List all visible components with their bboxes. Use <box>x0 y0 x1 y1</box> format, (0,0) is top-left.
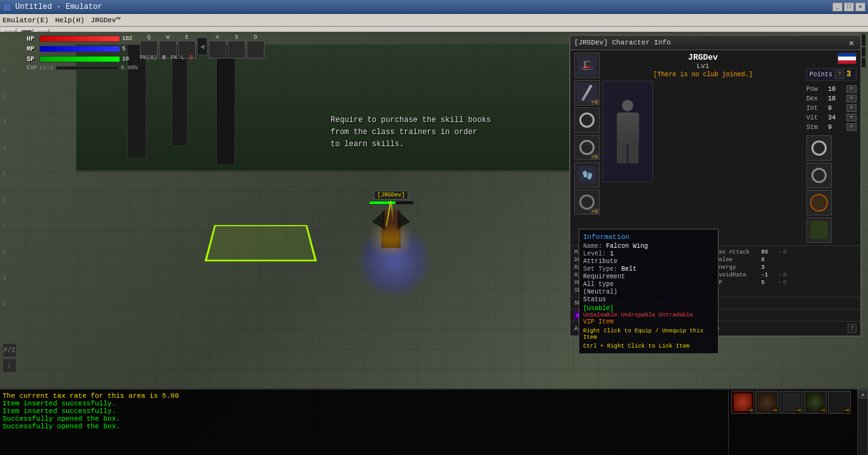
mp-bar-bg <box>39 46 120 52</box>
tooltip-usable: [Usable] <box>583 305 714 312</box>
tooltip-name: Name: Falcon Wing <box>583 243 714 250</box>
action-slot-1[interactable]: +9 <box>731 391 754 414</box>
pkl-value: 0 <box>189 55 193 61</box>
equip-slot-ring1[interactable] <box>574 107 600 133</box>
equip-slot-shield[interactable] <box>806 217 832 243</box>
equip-slot-ring2[interactable]: +9 <box>574 135 600 160</box>
tooltip-section: Information <box>583 233 714 241</box>
ring-icon3 <box>579 194 595 210</box>
equipment-left-slots: 🎩 +9 +9 🧤 <box>574 53 600 243</box>
sp-bar-bg <box>39 56 120 62</box>
level-num-0: 0 <box>3 301 6 308</box>
window-title: Untitled - Emulator <box>15 3 102 11</box>
action-slot-5[interactable]: +0 <box>828 391 851 414</box>
skill-popup: Require to purchase the skill books from… <box>331 114 491 151</box>
left-numbers: 1 2 3 4 5 6 7 8 9 0 <box>3 67 6 308</box>
char-header-area: 🎩 +9 +9 🧤 <box>570 50 860 245</box>
char-club: [There is no club joined.] <box>602 71 804 78</box>
menubar: Emulator(E) Help(H) JRGDev™ <box>0 14 868 27</box>
tooltip-restrictions: UnSaleable Undropable Untradable <box>583 312 714 318</box>
equip-badge2: +9 <box>590 154 599 160</box>
scroll-controls: F/I ↕ <box>3 343 17 372</box>
equip-badge: +9 <box>590 99 599 105</box>
titlebar: Untitled - Emulator _ □ ✕ <box>0 0 868 14</box>
char-panel-close-button[interactable]: ✕ <box>846 37 857 48</box>
scroll-down-button[interactable]: ↕ <box>3 358 17 372</box>
pk-label: PK(0) <box>140 55 157 61</box>
right-action-area: +9 +9 +0 +9 +0 <box>728 388 868 455</box>
char-name-area: JRGDev Lv1 [There is no club joined.] <box>602 53 804 78</box>
mp-value: 5 <box>122 46 138 52</box>
int-plus-button[interactable]: + <box>846 104 857 112</box>
mp-bar-fill <box>40 46 120 51</box>
game-area: Require to purchase the skill books from… <box>0 32 868 455</box>
skill-d[interactable]: D <box>247 34 265 58</box>
ring-icon2 <box>579 140 595 155</box>
bottom-panel: The current tax rate for this area is 5.… <box>0 388 868 455</box>
char-level: Lv1 <box>602 62 804 70</box>
stm-stat: Stm 9 + <box>806 123 857 132</box>
skill-popup-line2: from the class trainers in order <box>331 128 477 137</box>
level-num-8: 8 <box>3 249 6 256</box>
melee-stat: Melee 6 <box>715 256 857 264</box>
skill-a[interactable]: A <box>209 34 226 58</box>
pkl-label: PK L <box>170 55 184 61</box>
equip-slot-armor[interactable] <box>806 163 832 188</box>
char-torso-silhouette <box>617 112 639 144</box>
menu-jrgdev[interactable]: JRGDev™ <box>91 17 120 24</box>
exp-label: EXP <box>27 65 37 71</box>
equip-slot-special[interactable] <box>806 190 832 215</box>
exp-container: EXP Lv:1 0.00% <box>27 65 138 71</box>
maximize-button[interactable]: □ <box>844 3 854 11</box>
scroll-up-button[interactable]: F/I <box>3 343 17 357</box>
skill-arrow[interactable]: ◀ <box>197 37 207 55</box>
equip-slot-weapon[interactable]: +9 <box>574 80 600 105</box>
points-help-button[interactable]: ? <box>835 70 844 79</box>
hud-stats: HP 102 MP 5 SP 10 EXP Lv:1 0.0 <box>27 34 138 71</box>
equip-badge3: +9 <box>590 208 599 214</box>
equipment-right-slots <box>806 135 857 243</box>
close-button[interactable]: ✕ <box>855 3 865 11</box>
tooltip-attribute: Attribute <box>583 258 714 265</box>
max-attack-stat: Max Attack 86 - 0 <box>715 248 857 256</box>
equip-slot-head[interactable]: 🎩 <box>574 53 600 78</box>
attr-help-button[interactable]: ? <box>848 324 857 333</box>
character-sprite: [JRGDev] <box>369 191 413 248</box>
tooltip-alltype: All type <box>583 281 714 288</box>
action-slot-4[interactable]: +9 <box>804 391 827 414</box>
action-slot-2[interactable]: +9 <box>755 391 778 414</box>
tooltip-neutral: (Neutral) <box>583 289 714 295</box>
minimize-button[interactable]: _ <box>832 3 843 11</box>
action-badge-3: +0 <box>796 408 802 413</box>
equip-slot-glove[interactable]: 🧤 <box>574 162 600 187</box>
armor-icon <box>811 168 827 183</box>
menu-emulator[interactable]: Emulator(E) <box>3 17 49 24</box>
level-num-9: 9 <box>3 275 6 282</box>
skill-s[interactable]: S <box>228 34 245 58</box>
dex-stat: Dex 10 + <box>806 94 857 103</box>
action-badge-2: +9 <box>771 408 778 413</box>
dex-plus-button[interactable]: + <box>846 95 857 102</box>
stm-plus-button[interactable]: + <box>846 123 857 131</box>
hp-label: HP <box>27 36 39 43</box>
skill-popup-line3: to learn skills. <box>331 140 404 149</box>
action-badge-1: +9 <box>747 408 754 413</box>
vit-plus-button[interactable]: + <box>846 114 857 121</box>
sp-container: SP 10 <box>27 55 138 64</box>
pow-plus-button[interactable]: + <box>846 85 857 93</box>
pk-indicators: PK(0) 0 PK L 0 <box>140 55 193 61</box>
points-value: 3 <box>846 70 851 79</box>
glove-icon: 🧤 <box>578 166 596 184</box>
character-silhouette <box>617 100 639 163</box>
action-badge-4: +9 <box>820 408 826 413</box>
sp-label: SP <box>27 56 39 63</box>
equip-slot-necklace[interactable] <box>806 135 832 161</box>
hp-bar-fill <box>40 36 120 41</box>
action-slot-3[interactable]: +0 <box>780 391 803 414</box>
special-icon <box>810 194 828 212</box>
character-body-container <box>382 207 401 248</box>
equip-slot-ring3[interactable]: +9 <box>574 189 600 215</box>
menu-help[interactable]: Help(H) <box>55 17 85 24</box>
level-num-4: 4 <box>3 145 6 152</box>
chat-msg-3: Item inserted successfully. <box>3 407 855 415</box>
